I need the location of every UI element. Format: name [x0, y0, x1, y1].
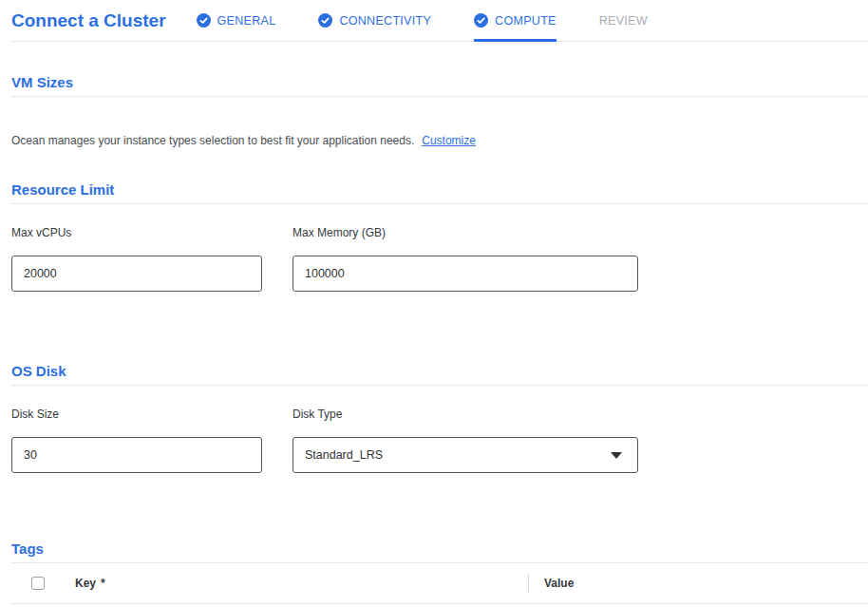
vm-sizes-heading: VM Sizes: [11, 74, 868, 97]
required-asterisk: *: [101, 577, 105, 590]
tags-heading: Tags: [11, 541, 868, 563]
max-memory-field-group: Max Memory (GB): [292, 204, 638, 292]
check-circle-icon: [197, 13, 211, 28]
disk-size-label: Disk Size: [11, 408, 262, 421]
page-title: Connect a Cluster: [11, 10, 166, 31]
disk-size-field-group: Disk Size: [11, 386, 262, 473]
wizard-header: Connect a Cluster GENERAL CONNECTIVITY: [11, 0, 868, 42]
column-divider: [528, 574, 529, 593]
os-disk-heading: OS Disk: [11, 363, 868, 386]
tab-label: REVIEW: [599, 14, 648, 28]
tags-value-column-header: Value: [544, 577, 574, 590]
vm-sizes-description-text: Ocean manages your instance types select…: [11, 134, 414, 147]
os-disk-fields: Disk Size Disk Type Standard_LRS: [11, 386, 868, 473]
max-vcpus-label: Max vCPUs: [11, 226, 262, 239]
disk-type-dropdown[interactable]: Standard_LRS: [292, 437, 638, 473]
check-circle-icon: [318, 13, 332, 28]
disk-type-selected-value: Standard_LRS: [305, 448, 383, 462]
tab-label: CONNECTIVITY: [339, 14, 431, 28]
wizard-tabs: GENERAL CONNECTIVITY COMPUTE REVIEW: [197, 0, 690, 41]
resource-limit-heading: Resource Limit: [11, 181, 868, 204]
select-all-checkbox[interactable]: [31, 577, 45, 590]
max-memory-label: Max Memory (GB): [292, 226, 638, 239]
tab-label: COMPUTE: [495, 14, 557, 28]
disk-type-field-group: Disk Type Standard_LRS: [292, 386, 638, 473]
tags-key-column-header: Key*: [75, 577, 105, 590]
customize-link[interactable]: Customize: [422, 134, 476, 147]
check-circle-icon: [474, 13, 488, 28]
max-vcpus-field-group: Max vCPUs: [11, 204, 262, 292]
tags-key-column-label: Key: [75, 577, 96, 590]
tab-review[interactable]: REVIEW: [599, 0, 648, 41]
tab-general[interactable]: GENERAL: [197, 0, 276, 41]
connect-cluster-page: Connect a Cluster GENERAL CONNECTIVITY: [11, 0, 868, 604]
vm-sizes-description: Ocean manages your instance types select…: [11, 134, 868, 147]
tab-label: GENERAL: [217, 14, 276, 28]
disk-size-input[interactable]: [11, 437, 262, 473]
resource-limit-fields: Max vCPUs Max Memory (GB): [11, 204, 868, 292]
tab-compute[interactable]: COMPUTE: [474, 0, 557, 41]
disk-type-label: Disk Type: [292, 408, 638, 421]
tab-connectivity[interactable]: CONNECTIVITY: [318, 0, 431, 41]
chevron-down-icon: [611, 452, 622, 459]
max-vcpus-input[interactable]: [11, 256, 262, 292]
tags-table-header-row: Key* Value: [11, 563, 868, 604]
max-memory-input[interactable]: [292, 256, 638, 292]
